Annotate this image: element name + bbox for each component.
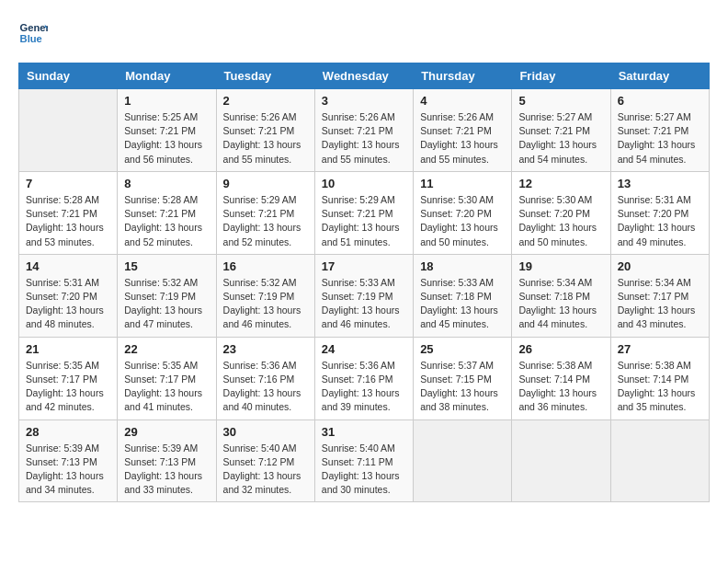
- svg-text:Blue: Blue: [20, 33, 42, 44]
- day-info: Sunrise: 5:38 AM Sunset: 7:14 PM Dayligh…: [518, 359, 603, 415]
- day-info: Sunrise: 5:31 AM Sunset: 7:20 PM Dayligh…: [618, 193, 702, 249]
- day-info: Sunrise: 5:39 AM Sunset: 7:13 PM Dayligh…: [124, 442, 209, 498]
- day-number: 14: [26, 259, 110, 273]
- day-cell: 7Sunrise: 5:28 AM Sunset: 7:21 PM Daylig…: [19, 171, 118, 254]
- day-cell: 18Sunrise: 5:33 AM Sunset: 7:18 PM Dayli…: [414, 254, 512, 337]
- day-info: Sunrise: 5:25 AM Sunset: 7:21 PM Dayligh…: [124, 110, 209, 167]
- day-info: Sunrise: 5:34 AM Sunset: 7:17 PM Dayligh…: [618, 276, 702, 332]
- day-info: Sunrise: 5:30 AM Sunset: 7:20 PM Dayligh…: [420, 193, 505, 249]
- day-cell: 21Sunrise: 5:35 AM Sunset: 7:17 PM Dayli…: [19, 337, 118, 419]
- week-row-2: 7Sunrise: 5:28 AM Sunset: 7:21 PM Daylig…: [19, 171, 710, 254]
- day-number: 29: [124, 425, 209, 439]
- day-cell: 31Sunrise: 5:40 AM Sunset: 7:11 PM Dayli…: [314, 419, 413, 502]
- day-number: 1: [124, 94, 209, 108]
- day-info: Sunrise: 5:38 AM Sunset: 7:14 PM Dayligh…: [618, 359, 702, 415]
- day-info: Sunrise: 5:26 AM Sunset: 7:21 PM Dayligh…: [223, 110, 308, 167]
- day-info: Sunrise: 5:29 AM Sunset: 7:21 PM Dayligh…: [322, 193, 406, 249]
- day-number: 30: [223, 425, 308, 439]
- page-header: General Blue: [18, 18, 710, 48]
- day-cell: 12Sunrise: 5:30 AM Sunset: 7:20 PM Dayli…: [512, 171, 610, 254]
- day-info: Sunrise: 5:35 AM Sunset: 7:17 PM Dayligh…: [124, 359, 209, 415]
- day-cell: 23Sunrise: 5:36 AM Sunset: 7:16 PM Dayli…: [216, 337, 314, 419]
- day-number: 5: [518, 94, 603, 108]
- calendar-table: SundayMondayTuesdayWednesdayThursdayFrid…: [18, 63, 710, 502]
- day-info: Sunrise: 5:27 AM Sunset: 7:21 PM Dayligh…: [518, 110, 603, 167]
- day-cell: 27Sunrise: 5:38 AM Sunset: 7:14 PM Dayli…: [610, 337, 709, 419]
- day-number: 31: [322, 425, 406, 439]
- week-row-3: 14Sunrise: 5:31 AM Sunset: 7:20 PM Dayli…: [19, 254, 710, 337]
- day-info: Sunrise: 5:34 AM Sunset: 7:18 PM Dayligh…: [518, 276, 603, 332]
- header-cell-friday: Friday: [512, 63, 610, 89]
- calendar-header-row: SundayMondayTuesdayWednesdayThursdayFrid…: [19, 63, 710, 89]
- day-info: Sunrise: 5:31 AM Sunset: 7:20 PM Dayligh…: [26, 276, 110, 332]
- day-cell: 22Sunrise: 5:35 AM Sunset: 7:17 PM Dayli…: [118, 337, 216, 419]
- header-cell-tuesday: Tuesday: [216, 63, 314, 89]
- day-info: Sunrise: 5:37 AM Sunset: 7:15 PM Dayligh…: [420, 359, 505, 415]
- day-number: 2: [223, 94, 308, 108]
- day-number: 21: [26, 342, 110, 356]
- day-cell: 4Sunrise: 5:26 AM Sunset: 7:21 PM Daylig…: [414, 89, 512, 172]
- day-cell: 13Sunrise: 5:31 AM Sunset: 7:20 PM Dayli…: [610, 171, 709, 254]
- day-number: 4: [420, 94, 505, 108]
- day-number: 25: [420, 342, 505, 356]
- day-cell: 30Sunrise: 5:40 AM Sunset: 7:12 PM Dayli…: [216, 419, 314, 502]
- day-cell: 28Sunrise: 5:39 AM Sunset: 7:13 PM Dayli…: [19, 419, 118, 502]
- day-number: 20: [618, 259, 702, 273]
- day-info: Sunrise: 5:32 AM Sunset: 7:19 PM Dayligh…: [124, 276, 209, 332]
- day-cell: 19Sunrise: 5:34 AM Sunset: 7:18 PM Dayli…: [512, 254, 610, 337]
- day-info: Sunrise: 5:35 AM Sunset: 7:17 PM Dayligh…: [26, 359, 110, 415]
- day-number: 26: [518, 342, 603, 356]
- day-info: Sunrise: 5:26 AM Sunset: 7:21 PM Dayligh…: [322, 110, 406, 167]
- day-info: Sunrise: 5:39 AM Sunset: 7:13 PM Dayligh…: [26, 442, 110, 498]
- day-number: 24: [322, 342, 406, 356]
- day-number: 17: [322, 259, 406, 273]
- day-number: 22: [124, 342, 209, 356]
- day-number: 9: [223, 177, 308, 190]
- day-number: 7: [26, 177, 110, 190]
- day-cell: [414, 419, 512, 502]
- day-number: 16: [223, 259, 308, 273]
- day-number: 11: [420, 177, 505, 190]
- day-cell: 26Sunrise: 5:38 AM Sunset: 7:14 PM Dayli…: [512, 337, 610, 419]
- day-number: 28: [26, 425, 110, 439]
- day-cell: [610, 419, 709, 502]
- day-info: Sunrise: 5:36 AM Sunset: 7:16 PM Dayligh…: [223, 359, 308, 415]
- day-cell: 25Sunrise: 5:37 AM Sunset: 7:15 PM Dayli…: [414, 337, 512, 419]
- header-cell-wednesday: Wednesday: [314, 63, 413, 89]
- day-number: 10: [322, 177, 406, 190]
- header-cell-saturday: Saturday: [610, 63, 709, 89]
- day-cell: 6Sunrise: 5:27 AM Sunset: 7:21 PM Daylig…: [610, 89, 709, 172]
- day-number: 18: [420, 259, 505, 273]
- day-info: Sunrise: 5:33 AM Sunset: 7:18 PM Dayligh…: [420, 276, 505, 332]
- logo-icon: General Blue: [18, 18, 48, 48]
- day-info: Sunrise: 5:40 AM Sunset: 7:11 PM Dayligh…: [322, 442, 406, 498]
- day-cell: 15Sunrise: 5:32 AM Sunset: 7:19 PM Dayli…: [118, 254, 216, 337]
- day-number: 8: [124, 177, 209, 190]
- day-cell: 11Sunrise: 5:30 AM Sunset: 7:20 PM Dayli…: [414, 171, 512, 254]
- day-cell: 2Sunrise: 5:26 AM Sunset: 7:21 PM Daylig…: [216, 89, 314, 172]
- day-cell: 8Sunrise: 5:28 AM Sunset: 7:21 PM Daylig…: [118, 171, 216, 254]
- day-info: Sunrise: 5:26 AM Sunset: 7:21 PM Dayligh…: [420, 110, 505, 167]
- header-cell-monday: Monday: [118, 63, 216, 89]
- day-number: 3: [322, 94, 406, 108]
- day-number: 13: [618, 177, 702, 190]
- day-info: Sunrise: 5:30 AM Sunset: 7:20 PM Dayligh…: [518, 193, 603, 249]
- week-row-4: 21Sunrise: 5:35 AM Sunset: 7:17 PM Dayli…: [19, 337, 710, 419]
- day-cell: 17Sunrise: 5:33 AM Sunset: 7:19 PM Dayli…: [314, 254, 413, 337]
- day-cell: [19, 89, 118, 172]
- day-info: Sunrise: 5:33 AM Sunset: 7:19 PM Dayligh…: [322, 276, 406, 332]
- header-cell-thursday: Thursday: [414, 63, 512, 89]
- day-cell: [512, 419, 610, 502]
- day-cell: 9Sunrise: 5:29 AM Sunset: 7:21 PM Daylig…: [216, 171, 314, 254]
- header-cell-sunday: Sunday: [19, 63, 118, 89]
- week-row-5: 28Sunrise: 5:39 AM Sunset: 7:13 PM Dayli…: [19, 419, 710, 502]
- day-info: Sunrise: 5:32 AM Sunset: 7:19 PM Dayligh…: [223, 276, 308, 332]
- day-info: Sunrise: 5:40 AM Sunset: 7:12 PM Dayligh…: [223, 442, 308, 498]
- day-info: Sunrise: 5:36 AM Sunset: 7:16 PM Dayligh…: [322, 359, 406, 415]
- day-cell: 3Sunrise: 5:26 AM Sunset: 7:21 PM Daylig…: [314, 89, 413, 172]
- day-info: Sunrise: 5:28 AM Sunset: 7:21 PM Dayligh…: [26, 193, 110, 249]
- logo: General Blue: [18, 18, 51, 48]
- day-info: Sunrise: 5:28 AM Sunset: 7:21 PM Dayligh…: [124, 193, 209, 249]
- day-number: 27: [618, 342, 702, 356]
- day-cell: 16Sunrise: 5:32 AM Sunset: 7:19 PM Dayli…: [216, 254, 314, 337]
